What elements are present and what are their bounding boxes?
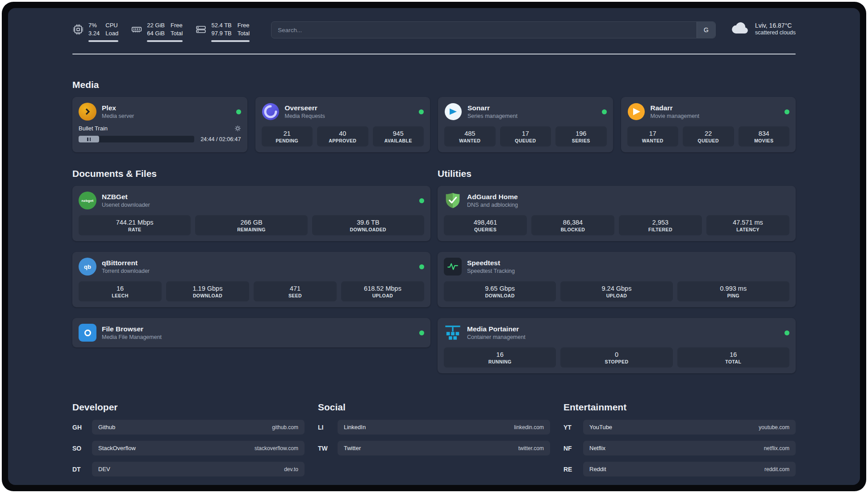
portainer-stat-total: 16 TOTAL	[677, 347, 789, 368]
gear-icon[interactable]	[234, 125, 241, 132]
bookmark-name: StackOverflow	[98, 445, 136, 451]
bookmark-name: Netflix	[589, 445, 605, 451]
app-desc: Movie management	[651, 113, 700, 119]
filebrowser-icon	[79, 324, 96, 342]
bookmark-url: twitter.com	[518, 445, 544, 451]
nzbget-icon: nzbget	[79, 192, 96, 209]
adguard-stat-queries: 498,461 QUERIES	[444, 215, 527, 235]
ram-icon	[131, 24, 142, 35]
bookmark-dev[interactable]: DT DEV dev.to	[72, 462, 305, 476]
sonarr-stat-wanted: 485 WANTED	[444, 126, 496, 146]
app-desc: DNS and adblocking	[467, 202, 518, 208]
app-desc: Usenet downloader	[102, 202, 150, 208]
section-title-social: Social	[318, 402, 550, 413]
search-input[interactable]	[271, 27, 697, 33]
ram-total-value: 64 GiB	[147, 29, 165, 38]
disk-widget: 52.4 TB 97.9 TB Free Total	[195, 21, 250, 42]
section-title-developer: Developer	[72, 402, 305, 413]
nzbget-stat-remaining: 266 GB REMAINING	[195, 215, 307, 235]
status-dot	[419, 264, 424, 269]
qbittorrent-stat-upload: 618.52 Mbps UPLOAD	[341, 281, 424, 301]
overseerr-stat-approved: 40 APPROVED	[317, 126, 368, 146]
bookmark-reddit[interactable]: RE Reddit reddit.com	[563, 462, 796, 476]
bookmark-netflix[interactable]: NF Netflix netflix.com	[563, 441, 796, 455]
app-name: Speedtest	[467, 259, 515, 267]
bookmark-url: dev.to	[284, 466, 298, 472]
utilities-column: Utilities	[438, 168, 796, 373]
section-title-media: Media	[72, 79, 796, 90]
bookmark-twitter[interactable]: TW Twitter twitter.com	[318, 441, 550, 455]
ram-total-label: Total	[171, 29, 183, 38]
app-desc: Media server	[102, 113, 134, 119]
disk-total-value: 97.9 TB	[211, 29, 231, 38]
status-dot	[419, 109, 424, 114]
overseerr-icon	[262, 103, 280, 121]
adguard-stat-filtered: 2,953 FILTERED	[619, 215, 702, 235]
cpu-usage-percent: 7%	[88, 21, 100, 29]
dashboard: 7% 3.24 CPU Load	[8, 8, 860, 485]
disk-free-value: 52.4 TB	[211, 21, 231, 29]
pause-icon[interactable]	[79, 136, 99, 142]
bookmark-abbr: SO	[72, 445, 92, 452]
cpu-load-value: 3.24	[88, 29, 100, 38]
app-card-speedtest[interactable]: Speedtest Speedtest Tracking 9.65 Gbps D…	[438, 252, 796, 307]
app-card-adguard[interactable]: AdGuard Home DNS and adblocking 498,461 …	[438, 186, 796, 241]
social-bookmarks: Social LI LinkedIn linkedin.com TW Twitt…	[318, 402, 550, 476]
ram-free-label: Free	[171, 21, 183, 29]
bookmark-youtube[interactable]: YT YouTube youtube.com	[563, 420, 796, 435]
app-card-radarr[interactable]: Radarr Movie management 17 WANTED 22 QUE…	[621, 97, 796, 152]
app-card-sonarr[interactable]: Sonarr Series management 485 WANTED 17 Q…	[438, 97, 613, 152]
disk-free-label: Free	[238, 21, 250, 29]
ram-free-value: 22 GiB	[147, 21, 165, 29]
bookmark-github[interactable]: GH Github github.com	[72, 420, 305, 435]
app-card-overseerr[interactable]: Overseerr Media Requests 21 PENDING 40 A…	[255, 97, 430, 152]
weather-widget[interactable]: Lviv, 16.87°C scattered clouds	[731, 22, 796, 36]
bookmark-linkedin[interactable]: LI LinkedIn linkedin.com	[318, 420, 550, 435]
developer-bookmarks: Developer GH Github github.com SO StackO…	[72, 402, 305, 476]
app-card-portainer[interactable]: Media Portainer Container management 16 …	[438, 318, 796, 373]
radarr-stat-movies: 834 MOVIES	[739, 126, 790, 146]
portainer-stat-running: 16 RUNNING	[444, 347, 556, 368]
entertainment-bookmarks: Entertainment YT YouTube youtube.com NF …	[563, 402, 796, 476]
portainer-stat-stopped: 0 STOPPED	[560, 347, 672, 368]
bookmark-url: stackoverflow.com	[255, 445, 298, 451]
cpu-widget: 7% 3.24 CPU Load	[72, 21, 118, 42]
topbar-divider	[72, 54, 796, 54]
nzbget-stat-downloaded: 39.6 TB DOWNLOADED	[312, 215, 424, 235]
window-frame: 7% 3.24 CPU Load	[2, 2, 866, 491]
documents-column: Documents & Files nzbget NZBGet Usenet d…	[72, 168, 430, 347]
app-name: qBittorrent	[102, 259, 150, 267]
app-name: Overseerr	[285, 104, 325, 112]
app-card-nzbget[interactable]: nzbget NZBGet Usenet downloader 744.21 M…	[72, 186, 430, 241]
bookmark-abbr: RE	[563, 466, 583, 473]
radarr-icon	[627, 103, 645, 121]
qbittorrent-stat-download: 1.19 Gbps DOWNLOAD	[166, 281, 249, 301]
app-card-qbittorrent[interactable]: qb qBittorrent Torrent downloader 16 LEE…	[72, 252, 430, 307]
portainer-icon	[444, 324, 462, 342]
bookmark-abbr: DT	[72, 466, 92, 473]
plex-icon	[79, 103, 96, 121]
app-name: NZBGet	[102, 193, 150, 201]
qbittorrent-stat-leech: 16 LEECH	[79, 281, 162, 301]
sonarr-stat-series: 196 SERIES	[555, 126, 607, 146]
app-card-filebrowser[interactable]: File Browser Media File Management	[72, 318, 430, 347]
bookmark-stackoverflow[interactable]: SO StackOverflow stackoverflow.com	[72, 441, 305, 455]
app-name: Sonarr	[467, 104, 517, 112]
status-dot	[419, 198, 424, 203]
now-playing-title: Bullet Train	[79, 125, 108, 132]
search-engine-button[interactable]: G	[697, 22, 715, 38]
bookmark-abbr: TW	[318, 445, 338, 452]
app-card-plex[interactable]: Plex Media server Bullet Train	[72, 97, 247, 152]
adguard-stat-blocked: 86,384 BLOCKED	[531, 215, 614, 235]
app-desc: Media Requests	[285, 113, 325, 119]
plex-now-playing: Bullet Train 24:44 / 02:06:47	[79, 125, 241, 142]
speedtest-stat-download: 9.65 Gbps DOWNLOAD	[444, 281, 556, 301]
bookmark-url: reddit.com	[764, 466, 789, 472]
bookmark-abbr: GH	[72, 424, 92, 431]
playback-progress-bar[interactable]	[79, 136, 194, 142]
cpu-label: CPU	[105, 21, 118, 29]
disk-icon	[195, 24, 207, 35]
app-desc: Series management	[467, 113, 517, 119]
status-dot	[419, 330, 424, 335]
app-name: File Browser	[102, 325, 162, 333]
